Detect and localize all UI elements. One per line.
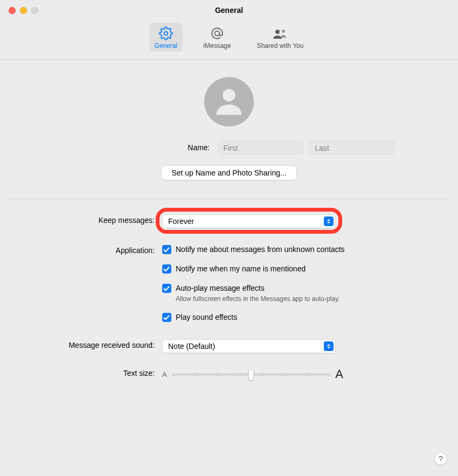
play-sound-effects-checkbox[interactable] xyxy=(162,313,171,322)
svg-point-3 xyxy=(282,30,285,33)
keep-messages-label: Keep messages: xyxy=(9,214,162,228)
text-size-label: Text size: xyxy=(9,367,162,381)
play-sound-effects-label: Play sound effects xyxy=(176,312,237,322)
text-size-max-icon: A xyxy=(335,367,343,381)
tab-label: General xyxy=(155,42,178,50)
select-value: Forever xyxy=(168,217,194,226)
window-title: General xyxy=(0,6,458,15)
svg-point-4 xyxy=(223,89,235,101)
text-size-min-icon: A xyxy=(162,370,167,379)
text-size-slider[interactable] xyxy=(172,373,330,376)
autoplay-effects-label: Auto-play message effects xyxy=(176,283,339,293)
person-icon xyxy=(210,82,248,122)
tab-shared-with-you[interactable]: Shared with You xyxy=(252,23,309,52)
setup-name-photo-button[interactable]: Set up Name and Photo Sharing... xyxy=(161,165,296,180)
received-sound-label: Message received sound: xyxy=(9,339,162,353)
slider-thumb[interactable] xyxy=(248,369,254,381)
last-name-input[interactable]: Last xyxy=(309,141,394,155)
notify-unknown-checkbox[interactable] xyxy=(162,245,171,254)
gear-icon xyxy=(159,26,173,41)
keep-messages-select[interactable]: Forever xyxy=(162,214,336,228)
content-area: Name: First Last Set up Name and Photo S… xyxy=(0,60,458,381)
name-label: Name: xyxy=(64,143,218,152)
autoplay-effects-checkbox[interactable] xyxy=(162,284,171,293)
autoplay-effects-sublabel: Allow fullscreen effects in the Messages… xyxy=(176,295,339,303)
help-button[interactable]: ? xyxy=(434,452,447,465)
chevron-updown-icon xyxy=(324,216,334,226)
avatar[interactable] xyxy=(204,77,254,127)
svg-point-2 xyxy=(275,30,280,34)
titlebar: General xyxy=(0,0,458,20)
tab-label: Shared with You xyxy=(257,42,304,50)
notify-mention-label: Notify me when my name is mentioned xyxy=(176,264,306,274)
svg-point-0 xyxy=(164,32,168,36)
received-sound-select[interactable]: Note (Default) xyxy=(162,339,336,353)
shared-with-you-icon xyxy=(272,26,288,41)
svg-point-1 xyxy=(215,31,220,36)
at-icon xyxy=(210,26,224,41)
tab-label: iMessage xyxy=(203,42,231,50)
select-value: Note (Default) xyxy=(168,342,215,351)
preferences-toolbar: General iMessage Shared with You xyxy=(0,20,458,60)
tab-imessage[interactable]: iMessage xyxy=(198,23,236,52)
chevron-updown-icon xyxy=(324,341,334,351)
tab-general[interactable]: General xyxy=(149,23,183,52)
divider xyxy=(9,199,449,199)
first-name-input[interactable]: First xyxy=(218,141,303,155)
application-label: Application: xyxy=(9,244,162,332)
notify-unknown-label: Notify me about messages from unknown co… xyxy=(176,244,345,254)
notify-mention-checkbox[interactable] xyxy=(162,264,171,274)
